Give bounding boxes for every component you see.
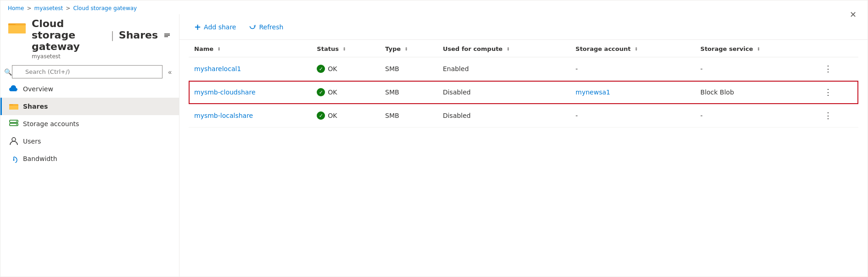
sidebar-item-bandwidth[interactable]: Bandwidth: [0, 150, 179, 167]
cell-compute-2: Disabled: [437, 104, 570, 127]
sidebar-item-storage-accounts[interactable]: Storage accounts: [0, 115, 179, 133]
breadcrumb: Home > myasetest > Cloud storage gateway: [0, 0, 868, 14]
search-input[interactable]: [12, 65, 162, 78]
sort-arrows-type[interactable]: ↕: [405, 47, 409, 51]
svg-point-10: [16, 121, 17, 122]
cell-type-1: SMB: [380, 81, 437, 104]
col-header-storage-account[interactable]: Storage account ↕: [570, 40, 695, 57]
sort-arrows-name[interactable]: ↕: [218, 47, 221, 51]
page-header: Cloud storage gateway | Shares my: [0, 14, 179, 65]
breadcrumb-sep-1: >: [27, 5, 31, 11]
content-area: + Add share Refresh: [179, 14, 868, 277]
page-title-section: Shares: [119, 29, 158, 41]
share-link-0[interactable]: mysharelocal1: [194, 65, 241, 72]
page-subtitle: myasetest: [32, 53, 172, 60]
shares-table: Name ↕ Status ↕ Type ↕: [189, 40, 858, 127]
table-row-highlighted: mysmb-cloudshare ✓ OK SMB Disabled: [189, 81, 858, 104]
col-header-storage-service[interactable]: Storage service ↕: [695, 40, 816, 57]
sidebar-item-overview[interactable]: Overview: [0, 80, 179, 98]
col-header-status[interactable]: Status ↕: [311, 40, 380, 57]
users-icon: [9, 137, 18, 145]
breadcrumb-myasetest[interactable]: myasetest: [34, 5, 63, 11]
svg-point-11: [16, 124, 17, 125]
sidebar-item-users[interactable]: Users: [0, 133, 179, 150]
cell-compute-0: Enabled: [437, 57, 570, 81]
status-ok-icon-2: ✓: [317, 111, 325, 120]
title-divider: |: [111, 29, 114, 41]
sort-arrows-storage-account[interactable]: ↕: [635, 47, 638, 51]
sidebar-nav: Overview Shares: [0, 80, 179, 269]
sort-arrows-storage-service[interactable]: ↕: [757, 47, 761, 51]
pin-button[interactable]: [162, 31, 172, 42]
folder-icon: [8, 20, 26, 34]
col-header-used-for-compute[interactable]: Used for compute ↕: [437, 40, 570, 57]
cell-compute-1: Disabled: [437, 81, 570, 104]
refresh-button[interactable]: Refresh: [243, 20, 289, 34]
add-share-button[interactable]: + Add share: [189, 20, 241, 34]
storage-nav-icon: [9, 119, 18, 128]
sort-arrows-status[interactable]: ↕: [342, 47, 346, 51]
breadcrumb-sep-2: >: [66, 5, 70, 11]
table-body: mysharelocal1 ✓ OK SMB Enabled -: [189, 57, 858, 127]
cloud-icon: [9, 84, 18, 94]
status-text-0: OK: [328, 65, 337, 72]
share-link-1[interactable]: mysmb-cloudshare: [194, 89, 256, 96]
cell-actions-2: ⋮: [816, 104, 858, 127]
sidebar-item-bandwidth-label: Bandwidth: [23, 155, 57, 162]
search-row: 🔍 «: [0, 65, 179, 80]
close-button[interactable]: ✕: [848, 8, 858, 22]
cell-storage-account-1: mynewsa1: [570, 81, 695, 104]
col-header-type[interactable]: Type ↕: [380, 40, 437, 57]
col-header-name[interactable]: Name ↕: [189, 40, 311, 57]
refresh-icon: [249, 22, 256, 31]
breadcrumb-cloud-storage-gateway[interactable]: Cloud storage gateway: [73, 5, 137, 11]
col-header-actions: [816, 40, 858, 57]
cell-storage-account-2: -: [570, 104, 695, 127]
refresh-label: Refresh: [259, 23, 283, 31]
cell-actions-1: ⋮: [816, 81, 858, 104]
pin-icon: [163, 32, 171, 39]
status-ok-icon-1: ✓: [317, 88, 325, 96]
search-icon: 🔍: [4, 68, 12, 76]
cell-name-1: mysmb-cloudshare: [189, 81, 311, 104]
cell-storage-account-0: -: [570, 57, 695, 81]
collapse-sidebar-button[interactable]: «: [164, 66, 175, 78]
more-options-button-1[interactable]: ⋮: [821, 86, 835, 98]
page-header-title: Cloud storage gateway | Shares: [32, 18, 172, 52]
bandwidth-nav-icon: [9, 154, 18, 163]
table-row: mysmb-localshare ✓ OK SMB Disabled -: [189, 104, 858, 127]
sidebar-item-shares[interactable]: Shares: [0, 98, 179, 115]
cell-actions-0: ⋮: [816, 57, 858, 81]
table-header-row: Name ↕ Status ↕ Type ↕: [189, 40, 858, 57]
cell-type-2: SMB: [380, 104, 437, 127]
breadcrumb-home[interactable]: Home: [8, 5, 24, 11]
sidebar-item-storage-accounts-label: Storage accounts: [23, 120, 79, 127]
table-row: mysharelocal1 ✓ OK SMB Enabled -: [189, 57, 858, 81]
add-share-label: Add share: [204, 23, 236, 31]
search-input-wrap: 🔍: [4, 65, 162, 78]
toolbar: + Add share Refresh: [179, 14, 868, 40]
cell-status-2: ✓ OK: [311, 104, 380, 127]
more-options-button-2[interactable]: ⋮: [821, 110, 835, 122]
svg-rect-2: [8, 24, 26, 33]
cell-storage-service-1: Block Blob: [695, 81, 816, 104]
status-text-2: OK: [328, 112, 337, 119]
storage-account-link-1[interactable]: mynewsa1: [576, 89, 610, 96]
more-options-button-0[interactable]: ⋮: [821, 63, 835, 75]
sort-arrows-compute[interactable]: ↕: [506, 47, 510, 51]
svg-rect-5: [164, 36, 168, 37]
share-link-2[interactable]: mysmb-localshare: [194, 112, 253, 119]
sidebar: Cloud storage gateway | Shares my: [0, 14, 179, 277]
add-icon: +: [194, 23, 201, 31]
folder-nav-icon: [9, 102, 18, 111]
sidebar-item-shares-label: Shares: [23, 103, 48, 110]
cell-status-0: ✓ OK: [311, 57, 380, 81]
svg-rect-4: [164, 35, 170, 36]
user-nav-icon: [9, 137, 18, 146]
table-container: Name ↕ Status ↕ Type ↕: [179, 40, 868, 277]
storage-accounts-icon: [9, 120, 18, 128]
main-container: Home > myasetest > Cloud storage gateway: [0, 0, 868, 277]
status-ok-icon-0: ✓: [317, 65, 325, 73]
cell-type-0: SMB: [380, 57, 437, 81]
cell-name-0: mysharelocal1: [189, 57, 311, 81]
